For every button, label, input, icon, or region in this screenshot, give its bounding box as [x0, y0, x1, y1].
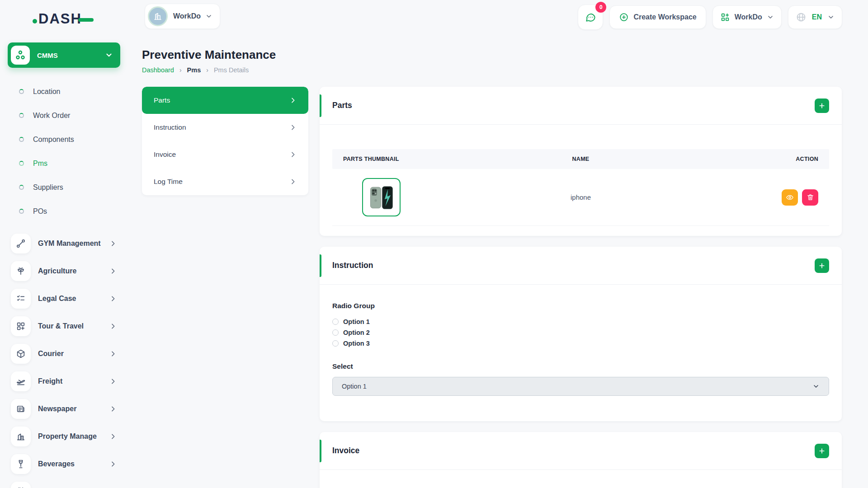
- plus-icon: [818, 102, 826, 109]
- instruction-panel: Instruction Radio Group Option 1: [320, 247, 842, 421]
- cmms-label: CMMS: [37, 52, 105, 59]
- view-part-button[interactable]: [782, 189, 798, 206]
- radio-option-2[interactable]: Option 2: [332, 327, 829, 338]
- sidebar-item-restaurant[interactable]: Restaurant: [0, 478, 132, 488]
- eye-icon: [786, 193, 794, 202]
- chevron-right-icon: [289, 151, 297, 158]
- delete-part-button[interactable]: [802, 189, 818, 206]
- parts-panel-title: Parts: [332, 101, 815, 110]
- sidebar-item-suppliers[interactable]: Suppliers: [0, 175, 132, 199]
- newspaper-icon: [11, 399, 31, 419]
- add-part-button[interactable]: [815, 99, 829, 113]
- pms-detail-tabs: Parts Instruction Invoice Log Time: [142, 87, 308, 195]
- sidebar-modules: GYM Management Agriculture Legal Case To…: [0, 230, 132, 488]
- panel-accent-bar: [320, 94, 321, 117]
- chevron-right-icon: [289, 97, 297, 104]
- brand-logo: DASH: [33, 11, 132, 27]
- sidebar-item-agriculture[interactable]: Agriculture: [0, 257, 132, 285]
- chevron-right-icon: [289, 178, 297, 185]
- plus-icon: [818, 447, 826, 455]
- bullet-icon: [19, 137, 24, 142]
- panel-accent-bar: [320, 440, 321, 462]
- tab-parts[interactable]: Parts: [142, 87, 308, 114]
- sidebar-item-tour-travel[interactable]: Tour & Travel: [0, 312, 132, 340]
- grid-plus-icon: [11, 316, 31, 336]
- sidebar: DASH CMMS Location Work Order Components…: [0, 0, 132, 488]
- sidebar-item-beverages[interactable]: Beverages: [0, 450, 132, 478]
- parts-table-header: PARTS THUMBNAIL NAME ACTION: [332, 149, 829, 169]
- bullet-icon: [19, 209, 24, 214]
- tab-invoice[interactable]: Invoice: [142, 141, 308, 168]
- bullet-icon: [19, 185, 24, 190]
- sidebar-item-courier[interactable]: Courier: [0, 340, 132, 367]
- chevron-right-icon: [109, 350, 117, 357]
- add-instruction-button[interactable]: [815, 258, 829, 273]
- select-label: Select: [332, 362, 829, 371]
- sidebar-item-pos[interactable]: POs: [0, 199, 132, 223]
- bullet-icon: [19, 89, 24, 94]
- chevron-right-icon: [289, 124, 297, 131]
- logo-dash-icon: [78, 18, 94, 22]
- radio-circle-icon: [332, 340, 339, 347]
- radio-group: Option 1 Option 2 Option 3: [332, 316, 829, 349]
- sidebar-item-cmms[interactable]: CMMS: [8, 42, 120, 68]
- cmms-nodes-icon: [11, 46, 30, 65]
- sidebar-item-location[interactable]: Location: [0, 80, 132, 103]
- sidebar-item-newspaper[interactable]: Newspaper: [0, 395, 132, 422]
- breadcrumb-dashboard-link[interactable]: Dashboard: [142, 66, 174, 74]
- add-invoice-button[interactable]: [815, 444, 829, 458]
- sidebar-item-work-order[interactable]: Work Order: [0, 103, 132, 127]
- building-icon: [11, 427, 31, 446]
- chevron-right-icon: [109, 323, 117, 330]
- sidebar-item-gym-management[interactable]: GYM Management: [0, 230, 132, 257]
- chevron-down-icon: [105, 51, 113, 59]
- logo-dot-icon: [33, 19, 37, 23]
- dumbbell-icon: [11, 234, 31, 253]
- brand-name: DASH: [38, 11, 82, 27]
- part-name: iphone: [501, 193, 660, 201]
- parts-panel: Parts PARTS THUMBNAIL NAME ACTION: [320, 87, 842, 236]
- radio-circle-icon: [332, 319, 339, 325]
- package-icon: [11, 344, 31, 364]
- chevron-right-icon: [109, 460, 117, 468]
- sidebar-item-components[interactable]: Components: [0, 127, 132, 151]
- instruction-select[interactable]: Option 1: [332, 377, 829, 396]
- breadcrumb-pms-link[interactable]: Pms: [187, 66, 201, 74]
- radio-option-3[interactable]: Option 3: [332, 338, 829, 349]
- invoice-panel-title: Invoice: [332, 446, 815, 455]
- chevron-right-icon: [109, 240, 117, 247]
- part-thumbnail[interactable]: [362, 178, 401, 216]
- chevron-right-icon: [109, 267, 117, 275]
- breadcrumb-separator: ›: [206, 66, 208, 74]
- radio-circle-icon: [332, 329, 339, 336]
- chevron-right-icon: [109, 405, 117, 413]
- sidebar-item-pms[interactable]: Pms: [0, 151, 132, 175]
- chevron-right-icon: [109, 378, 117, 385]
- cutlery-icon: [11, 482, 31, 488]
- chevron-right-icon: [109, 295, 117, 302]
- page-title: Preventive Maintenance: [142, 48, 842, 62]
- sidebar-item-property-manage[interactable]: Property Manage: [0, 422, 132, 450]
- radio-group-label: Radio Group: [332, 302, 829, 310]
- tab-log-time[interactable]: Log Time: [142, 168, 308, 195]
- sidebar-item-legal-case[interactable]: Legal Case: [0, 285, 132, 312]
- sprout-icon: [11, 261, 31, 281]
- plane-icon: [11, 371, 31, 391]
- breadcrumb-separator: ›: [179, 66, 182, 74]
- instruction-panel-title: Instruction: [332, 261, 815, 270]
- wine-glass-icon: [11, 454, 31, 474]
- chevron-right-icon: [109, 433, 117, 440]
- panel-accent-bar: [320, 254, 321, 277]
- detail-panels: Parts PARTS THUMBNAIL NAME ACTION: [320, 87, 842, 488]
- radio-option-1[interactable]: Option 1: [332, 316, 829, 327]
- main-content: Preventive Maintenance Dashboard › Pms ›…: [142, 0, 842, 488]
- table-row: iphone: [332, 169, 829, 226]
- trash-icon: [807, 193, 814, 201]
- tab-instruction[interactable]: Instruction: [142, 114, 308, 141]
- breadcrumb-current: Pms Details: [214, 66, 249, 74]
- invoice-panel: Invoice: [320, 432, 842, 488]
- breadcrumb: Dashboard › Pms › Pms Details: [142, 66, 842, 74]
- checklist-icon: [11, 289, 31, 309]
- sidebar-item-freight[interactable]: Freight: [0, 367, 132, 395]
- select-value: Option 1: [342, 383, 812, 390]
